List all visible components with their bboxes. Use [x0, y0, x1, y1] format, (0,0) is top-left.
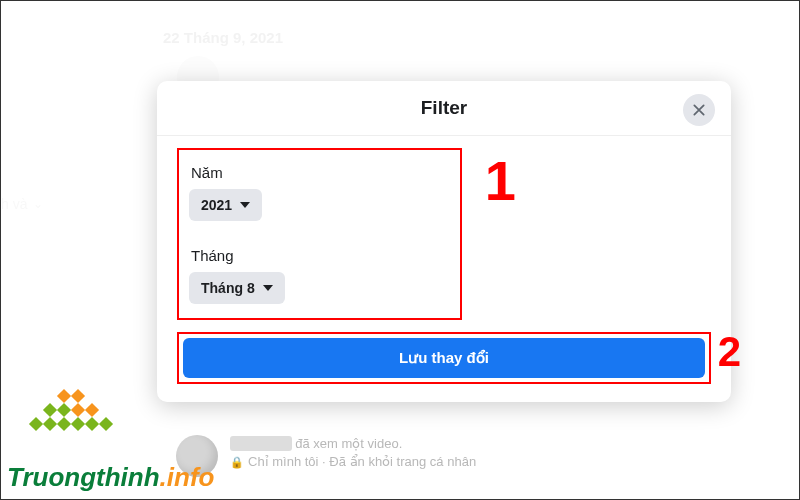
caret-down-icon [240, 202, 250, 208]
feed-line-2: Chỉ mình tôi · Đã ẩn khỏi trang cá nhân [248, 454, 476, 469]
year-dropdown[interactable]: 2021 [189, 189, 262, 221]
save-button-highlight: Lưu thay đổi 2 [177, 332, 711, 384]
feed-text: Truy thanh đã xem một video. 🔒Chỉ mình t… [230, 435, 476, 471]
close-icon [692, 103, 706, 117]
year-label: Năm [191, 164, 450, 181]
watermark-suffix: .info [160, 462, 215, 492]
background-feed-item: Truy thanh đã xem một video. 🔒Chỉ mình t… [176, 435, 476, 477]
watermark-text: Truongthinh.info [7, 462, 214, 493]
year-value: 2021 [201, 197, 232, 213]
month-value: Tháng 8 [201, 280, 255, 296]
annotation-callout-2: 2 [718, 328, 741, 376]
watermark-brand: Truongthinh [7, 462, 160, 492]
annotation-callout-1: 1 [485, 148, 516, 213]
watermark-logo [21, 379, 121, 441]
month-label: Tháng [191, 247, 450, 264]
filter-fields-highlight: Năm 2021 Tháng Tháng 8 1 [177, 148, 462, 320]
filter-modal: Filter Năm 2021 Tháng Tháng 8 1 Lưu thay… [157, 81, 731, 402]
month-dropdown[interactable]: Tháng 8 [189, 272, 285, 304]
lock-icon: 🔒 [230, 456, 244, 468]
feed-line-1: đã xem một video. [292, 436, 403, 451]
save-button[interactable]: Lưu thay đổi [183, 338, 705, 378]
modal-header: Filter [157, 81, 731, 136]
caret-down-icon [263, 285, 273, 291]
modal-title: Filter [421, 97, 467, 119]
close-button[interactable] [683, 94, 715, 126]
